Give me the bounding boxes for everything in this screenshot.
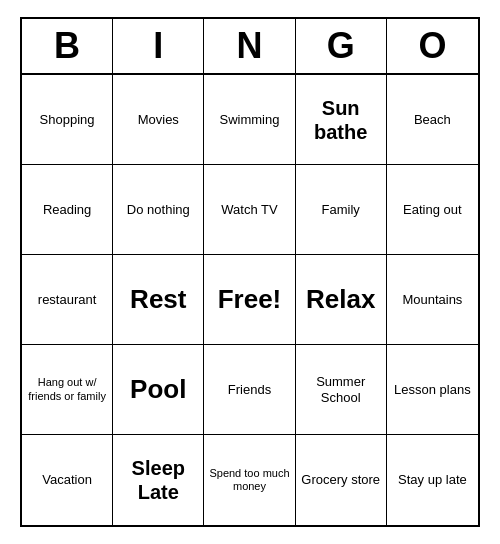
bingo-card: BINGO ShoppingMoviesSwimmingSun batheBea… [20, 17, 480, 527]
bingo-header: BINGO [22, 19, 478, 75]
header-letter: G [296, 19, 387, 73]
bingo-cell: Eating out [387, 165, 478, 255]
bingo-cell: Movies [113, 75, 204, 165]
bingo-cell: Pool [113, 345, 204, 435]
bingo-grid: ShoppingMoviesSwimmingSun batheBeachRead… [22, 75, 478, 525]
bingo-cell: Sun bathe [296, 75, 387, 165]
bingo-cell: Watch TV [204, 165, 295, 255]
bingo-cell: Swimming [204, 75, 295, 165]
bingo-cell: Family [296, 165, 387, 255]
bingo-cell: Grocery store [296, 435, 387, 525]
bingo-cell: Vacation [22, 435, 113, 525]
bingo-cell: Friends [204, 345, 295, 435]
bingo-cell: Spend too much money [204, 435, 295, 525]
header-letter: O [387, 19, 478, 73]
bingo-cell: Stay up late [387, 435, 478, 525]
bingo-cell: Reading [22, 165, 113, 255]
header-letter: N [204, 19, 295, 73]
bingo-cell: Free! [204, 255, 295, 345]
bingo-cell: Hang out w/ friends or family [22, 345, 113, 435]
bingo-cell: Beach [387, 75, 478, 165]
bingo-cell: Relax [296, 255, 387, 345]
bingo-cell: Rest [113, 255, 204, 345]
header-letter: B [22, 19, 113, 73]
bingo-cell: Lesson plans [387, 345, 478, 435]
bingo-cell: Mountains [387, 255, 478, 345]
bingo-cell: restaurant [22, 255, 113, 345]
bingo-cell: Shopping [22, 75, 113, 165]
bingo-cell: Do nothing [113, 165, 204, 255]
bingo-cell: Summer School [296, 345, 387, 435]
bingo-cell: Sleep Late [113, 435, 204, 525]
header-letter: I [113, 19, 204, 73]
